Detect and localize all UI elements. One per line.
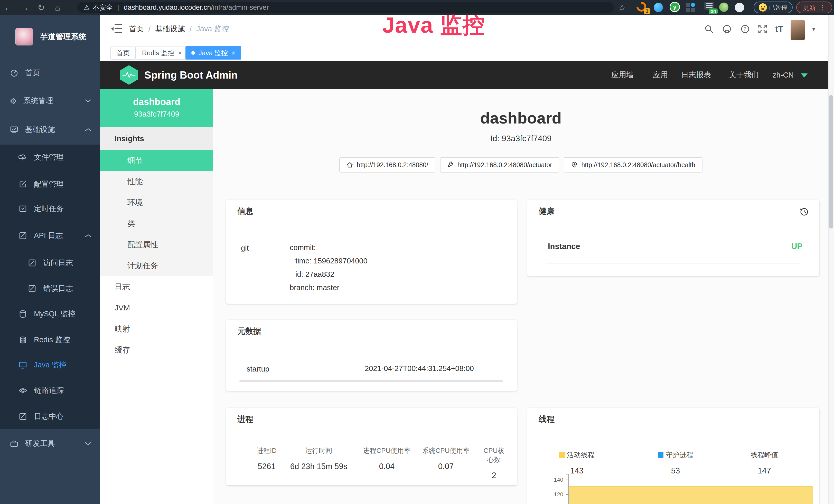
user-avatar[interactable] bbox=[791, 20, 805, 40]
breadcrumb-home[interactable]: 首页 bbox=[129, 24, 144, 34]
chevron-down-icon bbox=[85, 442, 91, 446]
page: ← → ↻ ⌂ ⚠ 不安全 | dashboard.yudao.iocoder.… bbox=[0, 0, 834, 504]
sba-item-metrics[interactable]: 性能 bbox=[100, 171, 213, 192]
browser-forward-icon[interactable]: → bbox=[17, 3, 33, 13]
cpu-cores: CPU核心数2 bbox=[482, 446, 505, 480]
sba-nav-wall[interactable]: 应用墙 bbox=[611, 61, 634, 89]
scrollbar-thumb[interactable] bbox=[829, 95, 833, 229]
search-icon[interactable] bbox=[704, 15, 714, 43]
card-health-title: 健康 bbox=[527, 200, 819, 223]
health-url-button[interactable]: http://192.168.0.2:48080/actuator/health bbox=[564, 157, 702, 173]
live-threads-area bbox=[569, 486, 813, 504]
tab-java-monitor[interactable]: Java 监控 × bbox=[185, 46, 241, 60]
browser-menu-icon[interactable]: ⋮ bbox=[819, 4, 826, 11]
sba-app-block[interactable]: dashboard 93a3fc7f7409 bbox=[100, 89, 213, 127]
info-key-git: git bbox=[241, 244, 249, 252]
sidebar-item-error-log[interactable]: 错误日志 bbox=[0, 277, 100, 300]
page-title: dashboard bbox=[214, 109, 828, 127]
sidebar-item-api-log[interactable]: API 日志 bbox=[0, 224, 100, 247]
fullscreen-icon[interactable] bbox=[758, 15, 767, 43]
sba-item-props[interactable]: 配置属性 bbox=[100, 234, 213, 255]
log-edit-icon bbox=[28, 258, 37, 267]
security-label[interactable]: 不安全 bbox=[93, 3, 113, 12]
sba-item-mappings[interactable]: 映射 bbox=[100, 318, 213, 339]
legend-blue-swatch bbox=[658, 452, 663, 458]
sba-locale-select[interactable]: zh-CN bbox=[773, 61, 794, 89]
extension-orange-icon[interactable]: 1 bbox=[636, 2, 648, 13]
sba-nav-about[interactable]: 关于我们 bbox=[729, 61, 759, 89]
sidebar-collapse-icon[interactable] bbox=[111, 24, 122, 34]
help-icon[interactable]: ? bbox=[740, 15, 750, 43]
sidebar-item-mysql[interactable]: MySQL 监控 bbox=[0, 302, 100, 325]
actuator-url-button[interactable]: http://192.168.0.2:48080/actuator bbox=[440, 157, 559, 173]
user-menu-caret-icon[interactable]: ▾ bbox=[812, 15, 815, 43]
extension-drop-icon[interactable] bbox=[654, 3, 665, 14]
card-process: 进程 进程ID5261 运行时间6d 23h 15m 59s 进程CPU使用率0… bbox=[226, 408, 517, 485]
service-url-button[interactable]: http://192.168.0.2:48080/ bbox=[339, 157, 435, 173]
sidebar-item-job[interactable]: 定时任务 bbox=[0, 197, 100, 220]
chevron-down-icon bbox=[85, 99, 91, 103]
page-scrollbar[interactable] bbox=[828, 15, 834, 504]
home-icon bbox=[347, 161, 353, 168]
browser-back-icon[interactable]: ← bbox=[0, 3, 17, 13]
card-info: 信息 git commit: time: 1596289704000 id: 2… bbox=[226, 200, 517, 304]
legend-yellow-swatch bbox=[559, 452, 565, 458]
sidebar-item-home[interactable]: 首页 bbox=[0, 61, 100, 85]
database-icon bbox=[19, 310, 27, 318]
ytick-140: 140 bbox=[545, 477, 563, 483]
browser-update-button[interactable]: 更新 ⋮ bbox=[796, 2, 832, 13]
sidebar-item-redis[interactable]: Redis 监控 bbox=[0, 328, 100, 351]
sidebar-item-file[interactable]: 文件管理 bbox=[0, 146, 100, 169]
sidebar-item-trace[interactable]: 链路追踪 bbox=[0, 379, 100, 402]
tab-redis-monitor[interactable]: Redis 监控 × bbox=[136, 46, 188, 60]
extension-leaf-icon[interactable] bbox=[719, 3, 730, 14]
breadcrumb-infra[interactable]: 基础设施 bbox=[155, 24, 185, 34]
log-edit-icon bbox=[19, 412, 27, 421]
sba-brand[interactable]: Spring Boot Admin bbox=[144, 61, 238, 89]
tab-home[interactable]: 首页 bbox=[110, 46, 136, 60]
extensions-puzzle-icon[interactable] bbox=[735, 3, 746, 15]
sidebar-item-java-monitor[interactable]: Java 监控 bbox=[0, 353, 100, 377]
wrench-icon bbox=[447, 161, 454, 168]
sba-nav-journal[interactable]: 日志报表 bbox=[681, 61, 711, 89]
browser-reload-icon[interactable]: ↻ bbox=[33, 2, 49, 13]
annotation-java-monitor: Java 监控 bbox=[382, 10, 485, 40]
sba-item-details[interactable]: 细节 bbox=[100, 150, 213, 171]
sba-item-logs[interactable]: 日志 bbox=[100, 276, 213, 297]
sba-item-env[interactable]: 环境 bbox=[100, 192, 213, 213]
sba-item-tasks[interactable]: 计划任务 bbox=[100, 255, 213, 276]
history-icon[interactable] bbox=[799, 206, 809, 217]
monitor-icon bbox=[10, 125, 19, 134]
tags-bar: 首页 Redis 监控 × Java 监控 × bbox=[100, 43, 834, 61]
locale-caret-icon[interactable] bbox=[801, 73, 808, 77]
browser-home-icon[interactable]: ⌂ bbox=[49, 3, 66, 13]
sidebar-item-dev-tools[interactable]: 研发工具 bbox=[0, 432, 100, 455]
close-icon[interactable]: × bbox=[178, 49, 182, 57]
sba-item-caches[interactable]: 缓存 bbox=[100, 339, 213, 361]
extension-green-y-icon[interactable]: y bbox=[670, 2, 681, 13]
close-icon[interactable]: × bbox=[232, 49, 235, 57]
sidebar-item-log-center[interactable]: 日志中心 bbox=[0, 405, 100, 428]
ytick-120: 120 bbox=[545, 491, 563, 498]
extension-grid-icon[interactable] bbox=[686, 3, 697, 14]
sidebar-item-config[interactable]: 配置管理 bbox=[0, 173, 100, 196]
sidebar-item-infra[interactable]: 基础设施 bbox=[0, 118, 100, 141]
github-icon[interactable] bbox=[722, 15, 732, 43]
sba-logo-icon[interactable] bbox=[120, 65, 138, 85]
sba-nav-applications[interactable]: 应用 bbox=[653, 61, 668, 89]
metadata-value: 2021-04-27T00:44:31.254+08:00 bbox=[365, 362, 474, 375]
instance-links: http://192.168.0.2:48080/ http://192.168… bbox=[214, 157, 828, 173]
divider: | bbox=[117, 4, 119, 12]
address-bar[interactable]: ⚠ 不安全 | dashboard.yudao.iocoder.cn /infr… bbox=[77, 2, 614, 13]
sidebar-item-access-log[interactable]: 访问日志 bbox=[0, 251, 100, 274]
profile-paused-chip[interactable]: 已暂停 bbox=[753, 2, 793, 13]
divider bbox=[239, 380, 503, 382]
text-size-icon[interactable]: tT bbox=[775, 15, 784, 43]
sba-item-classes[interactable]: 类 bbox=[100, 213, 213, 234]
sidebar-item-system[interactable]: ⚙ 系统管理 bbox=[0, 89, 100, 112]
sba-item-jvm[interactable]: JVM bbox=[100, 297, 213, 318]
extension-bars-icon[interactable]: on bbox=[704, 2, 716, 13]
bookmark-star-icon[interactable]: ☆ bbox=[614, 2, 630, 13]
sba-main: dashboard Id: 93a3fc7f7409 http://192.16… bbox=[214, 89, 828, 504]
app-logo-row[interactable]: 芋道管理系统 bbox=[0, 20, 100, 53]
